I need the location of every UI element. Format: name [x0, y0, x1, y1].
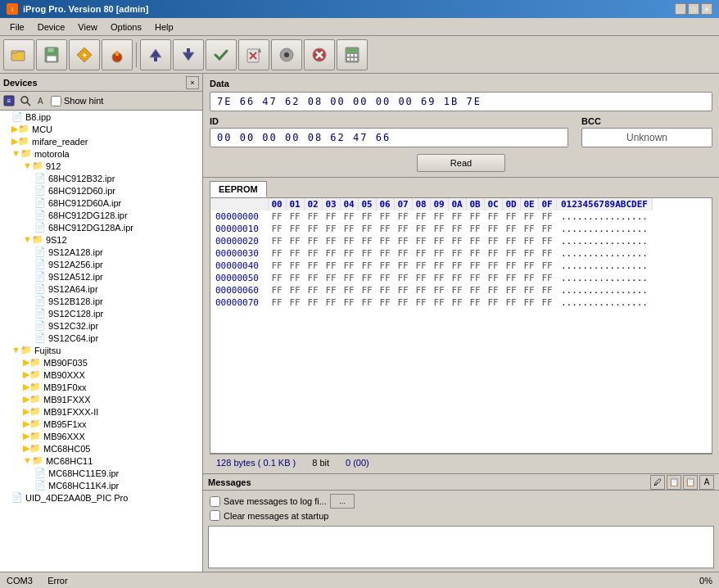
hex-data-cell[interactable]: FF — [304, 260, 322, 272]
device-button[interactable] — [271, 39, 302, 70]
hex-data-cell[interactable]: FF — [466, 247, 484, 260]
hex-data-cell[interactable]: FF — [466, 296, 484, 309]
tree-item-9s12c32[interactable]: 📄 9S12C32.ipr — [0, 319, 202, 332]
device-search-button[interactable] — [18, 93, 33, 108]
download-button[interactable] — [173, 39, 204, 70]
hex-data-cell[interactable]: FF — [448, 296, 466, 309]
tree-item-68hc912d60a[interactable]: 📄 68HC912D60A.ipr — [0, 197, 202, 209]
hex-data-cell[interactable]: FF — [286, 284, 304, 296]
hex-data-cell[interactable]: FF — [340, 210, 358, 223]
hex-data-cell[interactable]: FF — [268, 296, 286, 309]
clear-startup-option[interactable]: Clear messages at startup — [210, 510, 712, 521]
hex-data-cell[interactable]: FF — [412, 235, 430, 247]
tree-item-68hc912dg128[interactable]: 📄 68HC912DG128.ipr — [0, 209, 202, 221]
messages-tool-4[interactable]: A — [699, 475, 714, 490]
hex-data-cell[interactable]: FF — [322, 223, 340, 235]
hex-data-cell[interactable]: FF — [448, 223, 466, 235]
tree-item-9s12a128[interactable]: 📄 9S12A128.ipr — [0, 246, 202, 258]
hex-data-cell[interactable]: FF — [538, 284, 556, 296]
save-log-checkbox[interactable] — [210, 496, 220, 507]
hex-data-cell[interactable]: FF — [304, 235, 322, 247]
save-log-option[interactable]: Save messages to log fi... ... — [210, 494, 712, 509]
hex-data-cell[interactable]: FF — [502, 210, 520, 223]
hex-data-cell[interactable]: FF — [286, 210, 304, 223]
hex-data-cell[interactable]: FF — [322, 284, 340, 296]
hex-data-cell[interactable]: FF — [286, 260, 304, 272]
hex-data-cell[interactable]: FF — [376, 260, 394, 272]
hex-data-cell[interactable]: FF — [430, 210, 448, 223]
hex-data-cell[interactable]: FF — [412, 247, 430, 260]
tree-item-9s12a512[interactable]: 📄 9S12A512.ipr — [0, 270, 202, 283]
clear-startup-checkbox[interactable] — [210, 510, 220, 521]
hex-data-cell[interactable]: FF — [268, 260, 286, 272]
hex-data-cell[interactable]: FF — [286, 223, 304, 235]
hex-data-cell[interactable]: FF — [430, 272, 448, 284]
hex-data-cell[interactable]: FF — [502, 223, 520, 235]
hex-data-cell[interactable]: FF — [484, 223, 502, 235]
hex-data-cell[interactable]: FF — [412, 223, 430, 235]
hex-data-cell[interactable]: FF — [448, 210, 466, 223]
hex-data-cell[interactable]: FF — [448, 247, 466, 260]
hex-data-cell[interactable]: FF — [358, 284, 376, 296]
hex-data-cell[interactable]: FF — [466, 210, 484, 223]
hex-data-cell[interactable]: FF — [304, 272, 322, 284]
hex-table-row[interactable]: 00000050FFFFFFFFFFFFFFFFFFFFFFFFFFFFFFFF… — [210, 272, 653, 284]
compare-button[interactable] — [206, 39, 237, 70]
hex-data-cell[interactable]: FF — [538, 296, 556, 309]
close-panel-button[interactable]: × — [186, 76, 199, 89]
hex-data-cell[interactable]: FF — [268, 272, 286, 284]
tree-item-9s12[interactable]: ▼📁 9S12 — [0, 233, 202, 246]
show-hint-checkbox[interactable] — [51, 96, 61, 106]
hex-data-cell[interactable]: FF — [466, 260, 484, 272]
hex-table-row[interactable]: 00000060FFFFFFFFFFFFFFFFFFFFFFFFFFFFFFFF… — [210, 284, 653, 296]
tree-item-68hc912dg128a[interactable]: 📄 68HC912DG128A.ipr — [0, 221, 202, 233]
menu-item-device[interactable]: Device — [31, 20, 72, 34]
new-button[interactable]: ✦ — [69, 39, 100, 70]
tree-item-motorola[interactable]: ▼📁 motorola — [0, 147, 202, 160]
hex-data-cell[interactable]: FF — [412, 284, 430, 296]
hex-data-cell[interactable]: FF — [538, 260, 556, 272]
hex-table-container[interactable]: 000102030405060708090A0B0C0D0E0F01234567… — [210, 197, 712, 454]
hex-data-cell[interactable]: FF — [394, 210, 412, 223]
hex-table-row[interactable]: 00000030FFFFFFFFFFFFFFFFFFFFFFFFFFFFFFFF… — [210, 247, 653, 260]
hex-data-cell[interactable]: FF — [520, 235, 538, 247]
hex-data-cell[interactable]: FF — [322, 210, 340, 223]
hex-data-cell[interactable]: FF — [448, 235, 466, 247]
tree-item-mb96xxx[interactable]: ▶📁 MB96XXX — [0, 430, 202, 442]
eeprom-tab[interactable]: EEPROM — [210, 181, 267, 197]
hex-data-cell[interactable]: FF — [358, 260, 376, 272]
hex-data-cell[interactable]: FF — [286, 247, 304, 260]
hex-data-cell[interactable]: FF — [340, 235, 358, 247]
hex-data-cell[interactable]: FF — [268, 223, 286, 235]
hex-data-cell[interactable]: FF — [304, 223, 322, 235]
hex-data-cell[interactable]: FF — [322, 260, 340, 272]
hex-data-cell[interactable]: FF — [448, 260, 466, 272]
messages-tool-1[interactable]: 🖊 — [650, 475, 665, 490]
hex-data-cell[interactable]: FF — [484, 210, 502, 223]
hex-data-cell[interactable]: FF — [520, 296, 538, 309]
hex-data-cell[interactable]: FF — [268, 235, 286, 247]
hex-data-cell[interactable]: FF — [430, 235, 448, 247]
tree-item-68hc912b32[interactable]: 📄 68HC912B32.ipr — [0, 172, 202, 184]
menu-item-file[interactable]: File — [3, 20, 31, 34]
hex-data-cell[interactable]: FF — [268, 247, 286, 260]
hex-data-cell[interactable]: FF — [286, 272, 304, 284]
open-button[interactable] — [3, 39, 34, 70]
hex-data-cell[interactable]: FF — [376, 210, 394, 223]
hex-data-cell[interactable]: FF — [430, 247, 448, 260]
hex-data-cell[interactable]: FF — [376, 247, 394, 260]
tree-item-9s12c64[interactable]: 📄 9S12C64.ipr — [0, 332, 202, 344]
tree-item-uid_4de2aa0b[interactable]: 📄 UID_4DE2AA0B_PIC Pro — [0, 491, 202, 504]
hex-data-cell[interactable]: FF — [538, 272, 556, 284]
hex-data-cell[interactable]: FF — [340, 247, 358, 260]
tree-item-912[interactable]: ▼📁 912 — [0, 160, 202, 172]
minimize-button[interactable]: _ — [675, 3, 686, 15]
hex-data-cell[interactable]: FF — [394, 247, 412, 260]
hex-data-cell[interactable]: FF — [538, 210, 556, 223]
hex-table-row[interactable]: 00000040FFFFFFFFFFFFFFFFFFFFFFFFFFFFFFFF… — [210, 260, 653, 272]
hex-data-cell[interactable]: FF — [358, 296, 376, 309]
hex-data-cell[interactable]: FF — [322, 296, 340, 309]
hex-data-cell[interactable]: FF — [322, 247, 340, 260]
hex-data-cell[interactable]: FF — [502, 284, 520, 296]
hex-data-cell[interactable]: FF — [286, 296, 304, 309]
